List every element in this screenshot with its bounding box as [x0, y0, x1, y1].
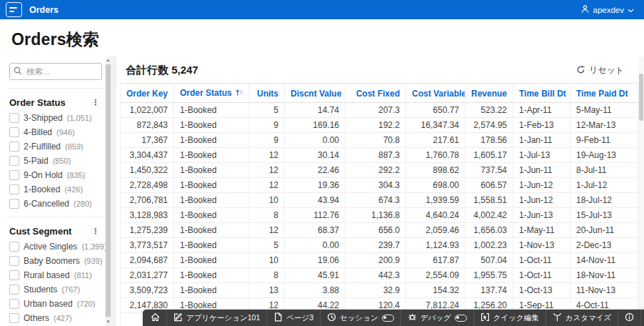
cell-time_paid_dt: 18-Jul-12 — [570, 193, 638, 208]
devtoolbar-label: セッション — [340, 313, 378, 323]
checkbox[interactable] — [9, 313, 19, 323]
cell-order_key: 872,843 — [121, 118, 174, 133]
scroll-down-arrow[interactable]: ▼ — [105, 318, 111, 325]
facet-option[interactable]: 6-Cancelled(280) — [9, 199, 102, 209]
divider — [7, 88, 105, 89]
column-header-order_key[interactable]: Order Key — [121, 84, 174, 103]
table-row: 1,275,2391-Booked1268.37656.02,059.461,6… — [121, 223, 638, 238]
cell-order_key: 3,304,437 — [121, 148, 174, 163]
facet-option-label: 9-On Hold — [24, 170, 63, 180]
cell-order_key: 2,031,277 — [121, 268, 174, 283]
devtoolbar-item-customize[interactable]: カスタマイズ — [545, 310, 618, 326]
facet-option-label: Urban based — [24, 299, 73, 309]
facet-option[interactable]: 2-Fulfilled(859) — [9, 142, 102, 152]
reset-button[interactable]: リセット — [572, 64, 628, 77]
table-row: 1,450,3221-Booked1222.46292.2898.62737.5… — [121, 163, 638, 178]
checkbox[interactable] — [9, 113, 19, 123]
devtoolbar-item-bug[interactable]: デバッグ — [401, 310, 473, 326]
facet-option[interactable]: 1-Booked(426) — [9, 184, 102, 194]
column-header-label: Order Key — [126, 89, 168, 99]
facet-option[interactable]: Students(767) — [9, 285, 102, 295]
column-header-cost_fixed[interactable]: Cost Fixed — [346, 84, 406, 103]
customize-icon — [553, 312, 562, 323]
cell-cost_fixed: 887.3 — [346, 148, 406, 163]
facet-option-count: (850) — [53, 157, 71, 165]
cell-order_status: 1-Booked — [174, 103, 249, 118]
window-scrollbar[interactable] — [638, 56, 644, 326]
column-header-label: Revenue — [471, 89, 507, 99]
column-header-units[interactable]: Units — [249, 84, 285, 103]
facet-option[interactable]: 5-Paid(850) — [9, 156, 102, 166]
scrollbar-thumb[interactable] — [106, 64, 111, 317]
facet-option[interactable]: Urban based(720) — [9, 299, 102, 309]
column-header-cost_variable[interactable]: Cost Variable — [406, 84, 466, 103]
cell-order_key: 2,728,498 — [121, 178, 174, 193]
app-header: Orders apexdev — [0, 0, 644, 19]
column-header-time_paid_dt[interactable]: Time Paid Dt — [570, 84, 638, 103]
user-menu[interactable]: apexdev — [580, 4, 634, 15]
checkbox[interactable] — [9, 142, 19, 152]
cell-units: 12 — [249, 163, 285, 178]
devtoolbar-label: ページ3 — [286, 313, 313, 323]
column-header-time_bill_dt[interactable]: Time Bill Dt — [513, 84, 570, 103]
report-header: 合計行数 5,247 リセット — [116, 56, 638, 83]
facet-option[interactable]: 4-Billed(946) — [9, 127, 102, 137]
sidebar-scrollbar[interactable]: ▲ ▼ — [105, 56, 111, 326]
facet-option[interactable]: 3-Shipped(1,051) — [9, 113, 102, 123]
table-row: 2,094,6871-Booked1019.06200.9617.87507.0… — [121, 253, 638, 268]
cell-units: 8 — [249, 208, 285, 223]
checkbox[interactable] — [9, 270, 19, 280]
facet-option-label: 5-Paid — [24, 156, 49, 166]
column-header-discnt_value[interactable]: Discnt Value — [285, 84, 346, 103]
checkbox[interactable] — [9, 127, 19, 137]
cell-time_paid_dt: 5-May-11 — [570, 103, 638, 118]
checkbox[interactable] — [9, 299, 19, 309]
cell-cost_fixed: 207.3 — [346, 103, 406, 118]
cell-discnt_value: 45.91 — [285, 268, 346, 283]
facet-option-count: (811) — [74, 271, 92, 280]
facet-menu-icon[interactable]: ⋮ — [89, 227, 102, 236]
home-icon — [151, 312, 160, 323]
cell-revenue: 137.74 — [466, 283, 513, 298]
devtoolbar-item-info[interactable] — [618, 310, 640, 326]
scroll-up-arrow[interactable]: ▲ — [105, 56, 111, 64]
facet-option[interactable]: Rural based(811) — [9, 270, 102, 280]
report-region: 合計行数 5,247 リセット Order KeyOrder StatusUni… — [116, 56, 638, 326]
table-row: 17,3671-Booked90.0070.8217.61178.561-Jan… — [121, 133, 638, 148]
devtoolbar-item-page[interactable]: ページ3 — [266, 310, 320, 326]
cell-cost_fixed: 1,136.8 — [346, 208, 406, 223]
search-input[interactable] — [25, 66, 98, 76]
facet-menu-icon[interactable]: ⋮ — [89, 98, 102, 107]
facet-option-label: 1-Booked — [24, 184, 60, 194]
checkbox[interactable] — [9, 170, 19, 180]
cell-revenue: 1,558.51 — [466, 193, 513, 208]
nav-menu-button[interactable] — [6, 2, 22, 17]
facet-option-label: Rural based — [24, 270, 70, 280]
checkbox[interactable] — [9, 199, 19, 209]
page-title: Orders検索 — [0, 19, 644, 51]
devtoolbar-item-edit[interactable]: アプリケーション101 — [166, 310, 266, 326]
cell-discnt_value: 0.00 — [285, 238, 346, 253]
table-row: 2,031,2771-Booked845.91442.32,554.091,95… — [121, 268, 638, 283]
bug-icon — [408, 312, 417, 323]
devtoolbar-item-quick-edit[interactable]: クイック編集 — [473, 310, 545, 326]
checkbox[interactable] — [9, 184, 19, 194]
toggle-icon[interactable] — [382, 315, 394, 322]
cell-time_bill_dt: 1-Feb-13 — [513, 118, 570, 133]
facet-option[interactable]: Baby Boomers(939) — [9, 256, 102, 266]
toggle-icon[interactable] — [455, 315, 467, 322]
facet-option[interactable]: Others(427) — [9, 313, 102, 323]
column-header-order_status[interactable]: Order Status — [174, 84, 249, 103]
cell-order_key: 1,022,007 — [121, 103, 174, 118]
devtoolbar-item-gear[interactable] — [640, 310, 644, 326]
checkbox[interactable] — [9, 256, 19, 266]
checkbox[interactable] — [9, 285, 19, 295]
devtoolbar-item-home[interactable] — [144, 310, 166, 326]
checkbox[interactable] — [9, 156, 19, 166]
devtoolbar-item-clock[interactable]: セッション — [320, 310, 401, 326]
column-header-revenue[interactable]: Revenue — [466, 84, 513, 103]
scrollbar-thumb[interactable] — [639, 74, 643, 121]
checkbox[interactable] — [9, 242, 19, 252]
facet-option[interactable]: Active Singles(1,399) — [9, 242, 102, 252]
facet-option[interactable]: 9-On Hold(835) — [9, 170, 102, 180]
